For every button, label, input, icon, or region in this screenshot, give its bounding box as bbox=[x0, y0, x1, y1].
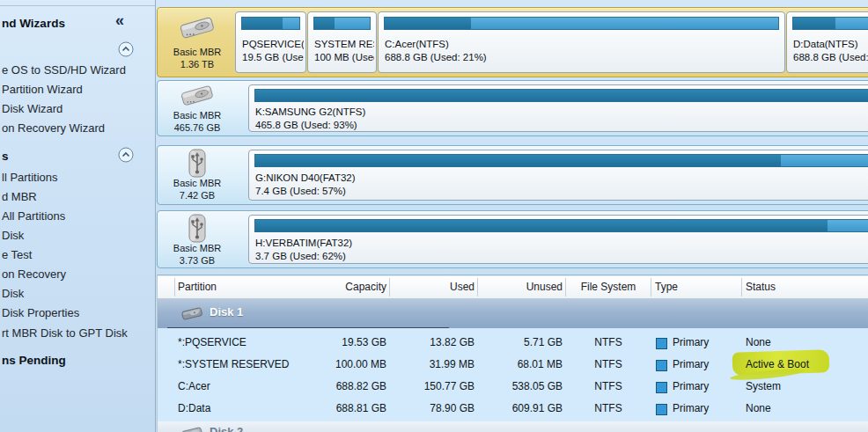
primary-type-chip bbox=[656, 338, 667, 349]
sidebar: nd Wizards « e OS to SSD/HD Wizard Parti… bbox=[0, 0, 156, 432]
disk-3-info[interactable]: Basic MBR 7.42 GB bbox=[158, 146, 237, 204]
disk-1-info[interactable]: Basic MBR 1.36 TB bbox=[158, 8, 237, 77]
disk-row-1[interactable]: Basic MBR 1.36 TB PQSERVICE(NTFS) 19.5 G… bbox=[157, 7, 868, 77]
partition-size: 688.8 GB (Used: 21%) bbox=[385, 52, 783, 62]
usage-bar bbox=[254, 219, 868, 232]
sidebar-item-partition-wizard[interactable]: Partition Wizard bbox=[2, 83, 83, 96]
partition-size: 100 MB (Used: 32%) bbox=[314, 52, 374, 62]
cell-used: 13.82 GB bbox=[386, 332, 474, 354]
header-used[interactable]: Used bbox=[386, 276, 474, 298]
sidebar-item-recovery-wizard[interactable]: on Recovery Wizard bbox=[2, 121, 105, 135]
cell-unused: 538.05 GB bbox=[474, 376, 563, 398]
sidebar-section-pending-title: ns Pending bbox=[2, 354, 66, 367]
partition-block-system-reserved[interactable]: SYSTEM RESERVED(NTFS) 100 MB (Used: 32%) bbox=[307, 11, 377, 73]
column-divider bbox=[741, 278, 742, 297]
header-status[interactable]: Status bbox=[746, 276, 776, 298]
cell-used: 31.99 MB bbox=[386, 354, 474, 376]
cell-type: Primary bbox=[673, 332, 709, 354]
disk-size-label: 465.76 GB bbox=[158, 122, 237, 133]
partition-label: K:SAMSUNG G2(NTFS) bbox=[255, 106, 868, 117]
cell-partition: *:PQSERVICE bbox=[178, 332, 246, 354]
partition-block-verbatim[interactable]: H:VERBATIM(FAT32) 3.7 GB (Used: 62%) bbox=[248, 215, 868, 264]
disk-type-label: Basic MBR bbox=[158, 47, 237, 57]
column-divider bbox=[174, 278, 175, 297]
partition-block-c-acer[interactable]: C:Acer(NTFS) 688.8 GB (Used: 21%) bbox=[378, 11, 785, 73]
disk-row-2[interactable]: Basic MBR 465.76 GB K:SAMSUNG G2(NTFS) 4… bbox=[157, 80, 868, 136]
disk-1-group-row[interactable]: Disk 1 bbox=[158, 299, 868, 328]
sidebar-item-partition-recovery[interactable]: on Recovery bbox=[2, 267, 66, 281]
chevron-up-icon[interactable] bbox=[118, 41, 134, 57]
disk-map-panel: Basic MBR 1.36 TB PQSERVICE(NTFS) 19.5 G… bbox=[156, 0, 868, 432]
usage-bar bbox=[384, 17, 779, 30]
cell-type: Primary bbox=[673, 398, 709, 420]
cell-status: None bbox=[746, 398, 771, 420]
sidebar-item-surface-test[interactable]: e Test bbox=[2, 248, 32, 261]
disk-4-info[interactable]: Basic MBR 3.73 GB bbox=[158, 211, 237, 267]
sidebar-item-delete-partitions[interactable]: All Partitions bbox=[2, 209, 65, 223]
partition-label: SYSTEM RESERVED(NTFS) bbox=[314, 39, 374, 49]
disk-type-label: Basic MBR bbox=[158, 110, 237, 121]
disk-type-label: Basic MBR bbox=[158, 243, 237, 253]
disk-size-label: 7.42 GB bbox=[158, 190, 237, 201]
table-row-c-acer[interactable]: C:Acer 688.82 GB 150.77 GB 538.05 GB NTF… bbox=[158, 376, 868, 398]
primary-type-chip bbox=[656, 404, 667, 415]
table-row-d-data[interactable]: D:Data 688.81 GB 78.90 GB 609.91 GB NTFS… bbox=[158, 398, 868, 420]
header-file-system[interactable]: File System bbox=[566, 276, 651, 298]
header-partition[interactable]: Partition bbox=[178, 276, 217, 298]
sidebar-item-disk-wizard[interactable]: Disk Wizard bbox=[2, 102, 63, 115]
usage-bar bbox=[254, 154, 868, 167]
header-capacity[interactable]: Capacity bbox=[298, 276, 386, 298]
group-label: Disk 2 bbox=[210, 425, 243, 432]
cell-partition: *:SYSTEM RESERVED bbox=[178, 354, 289, 376]
sidebar-item-disk-properties[interactable]: Disk Properties bbox=[2, 306, 79, 319]
partition-block-pqservice[interactable]: PQSERVICE(NTFS) 19.5 GB (Used: 71%) bbox=[235, 11, 306, 73]
sidebar-item-convert-mbr-gpt[interactable]: rt MBR Disk to GPT Disk bbox=[2, 326, 128, 340]
sidebar-item-wipe-disk[interactable]: Disk bbox=[2, 287, 24, 300]
usage-bar bbox=[792, 17, 868, 30]
cell-status: None bbox=[746, 332, 771, 354]
cell-used: 150.77 GB bbox=[386, 376, 474, 398]
partition-block-nikon[interactable]: G:NIKON D40(FAT32) 7.4 GB (Used: 57%) bbox=[248, 150, 868, 201]
cell-status: System bbox=[746, 376, 781, 398]
disk-2-group-row[interactable]: Disk 2 bbox=[158, 421, 868, 432]
cell-type: Primary bbox=[673, 376, 709, 398]
collapse-sidebar-icon[interactable]: « bbox=[115, 11, 124, 30]
partition-size: 19.5 GB (Used: 71%) bbox=[242, 52, 304, 62]
header-unused[interactable]: Unused bbox=[474, 276, 563, 298]
disk-size-label: 3.73 GB bbox=[158, 255, 237, 266]
partition-label: C:Acer(NTFS) bbox=[385, 39, 783, 49]
disk-icon bbox=[180, 426, 203, 432]
cell-partition: C:Acer bbox=[178, 376, 210, 398]
partition-size: 3.7 GB (Used: 62%) bbox=[255, 251, 868, 261]
cell-unused: 68.01 MB bbox=[474, 354, 563, 376]
partition-block-d-data[interactable]: D:Data(NTFS) 688.8 GB (Used: 11%) bbox=[786, 11, 868, 73]
sidebar-item-migrate-os[interactable]: e OS to SSD/HD Wizard bbox=[2, 63, 126, 77]
cell-used: 78.90 GB bbox=[386, 398, 474, 420]
disk-row-4[interactable]: Basic MBR 3.73 GB H:VERBATIM(FAT32) 3.7 … bbox=[157, 210, 868, 268]
sidebar-item-copy-disk[interactable]: Disk bbox=[2, 229, 24, 242]
partition-size: 7.4 GB (Used: 57%) bbox=[255, 186, 868, 196]
cell-file-system: NTFS bbox=[566, 354, 651, 376]
disk-row-3[interactable]: Basic MBR 7.42 GB G:NIKON D40(FAT32) 7.4… bbox=[157, 145, 868, 205]
divider bbox=[0, 5, 155, 6]
partition-label: D:Data(NTFS) bbox=[793, 39, 868, 49]
partition-size: 688.8 GB (Used: 11%) bbox=[793, 52, 868, 62]
group-label: Disk 1 bbox=[210, 305, 243, 319]
table-row-pqservice[interactable]: *:PQSERVICE 19.53 GB 13.82 GB 5.71 GB NT… bbox=[158, 332, 868, 354]
group-underline bbox=[167, 327, 449, 328]
cell-capacity: 688.82 GB bbox=[298, 376, 386, 398]
primary-type-chip bbox=[656, 382, 667, 393]
partition-label: H:VERBATIM(FAT32) bbox=[255, 238, 868, 248]
disk-2-info[interactable]: Basic MBR 465.76 GB bbox=[158, 81, 237, 135]
hdd-icon bbox=[158, 13, 237, 47]
table-row-system-reserved[interactable]: *:SYSTEM RESERVED 100.00 MB 31.99 MB 68.… bbox=[158, 354, 868, 376]
sidebar-item-align-partitions[interactable]: ll Partitions bbox=[2, 171, 58, 184]
sidebar-item-rebuild-mbr[interactable]: d MBR bbox=[2, 190, 37, 203]
cell-capacity: 688.81 GB bbox=[298, 398, 386, 420]
disk-type-label: Basic MBR bbox=[158, 178, 237, 188]
disk-size-label: 1.36 TB bbox=[158, 59, 237, 70]
header-type[interactable]: Type bbox=[655, 276, 678, 298]
hdd-icon bbox=[158, 82, 237, 113]
partition-block-samsung[interactable]: K:SAMSUNG G2(NTFS) 465.8 GB (Used: 93%) bbox=[248, 84, 868, 132]
chevron-up-icon[interactable] bbox=[118, 147, 134, 163]
